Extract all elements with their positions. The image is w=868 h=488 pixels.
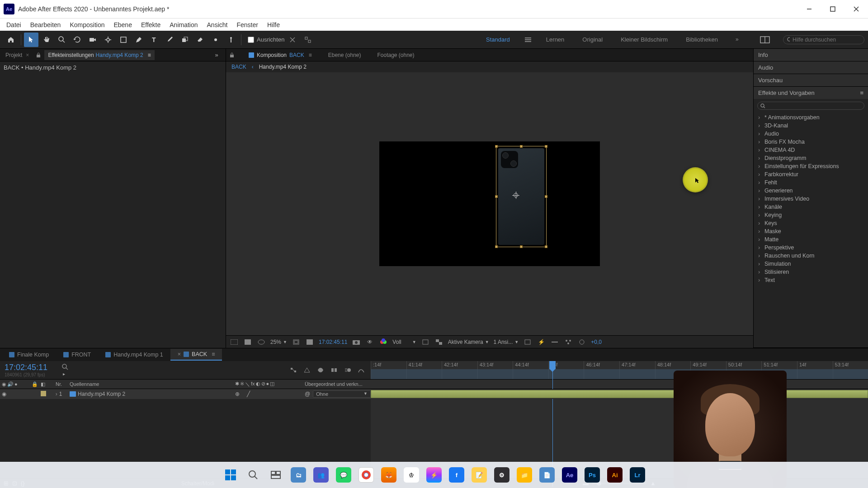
roi-icon[interactable] bbox=[421, 338, 430, 347]
label-column-icon[interactable]: ◧ bbox=[41, 381, 45, 387]
workspace-kleiner-bildschirm[interactable]: Kleiner Bildschirm bbox=[617, 34, 671, 45]
draft-3d-icon[interactable] bbox=[302, 365, 312, 375]
eraser-tool-icon[interactable] bbox=[193, 33, 208, 47]
menu-ansicht[interactable]: Ansicht bbox=[203, 19, 232, 30]
transform-handle[interactable] bbox=[545, 145, 547, 148]
effect-controls-tab[interactable]: Effekteinstellungen Handy.mp4 Komp 2 ≡ bbox=[44, 50, 154, 60]
color-mgmt-icon[interactable] bbox=[379, 338, 388, 347]
close-button[interactable] bbox=[848, 2, 864, 16]
tree-item[interactable]: ›Immersives Video bbox=[754, 195, 868, 203]
shy-toggle-icon[interactable] bbox=[316, 365, 326, 375]
audio-panel-header[interactable]: Audio bbox=[754, 61, 868, 74]
effects-presets-header[interactable]: Effekte und Vorgaben ≡ bbox=[754, 87, 868, 99]
transform-handle[interactable] bbox=[520, 145, 523, 148]
timeline-link-icon[interactable] bbox=[550, 338, 559, 347]
hand-tool-icon[interactable] bbox=[39, 33, 54, 47]
timeline-timecode[interactable]: 17:02:45:11 bbox=[5, 363, 47, 372]
camera-dropdown[interactable]: Aktive Kamera ▼ bbox=[448, 339, 489, 345]
panel-menu-icon[interactable]: ≡ bbox=[148, 52, 151, 58]
timeline-ruler[interactable]: :14f 41:14f 42:14f 43:14f 44:14f 14f 46:… bbox=[371, 361, 868, 379]
transparency-grid-icon[interactable] bbox=[243, 338, 252, 347]
menu-komposition[interactable]: Komposition bbox=[65, 19, 109, 30]
maximize-button[interactable] bbox=[825, 2, 841, 16]
facebook-app-icon[interactable]: f bbox=[447, 465, 467, 485]
switch-icon[interactable]: ⊘ bbox=[261, 381, 265, 388]
tree-item[interactable]: ›Keys bbox=[754, 219, 868, 227]
timeline-tab[interactable]: FRONT bbox=[56, 349, 98, 360]
clone-tool-icon[interactable] bbox=[178, 33, 192, 47]
transform-handle[interactable] bbox=[545, 245, 547, 248]
selection-tool-icon[interactable] bbox=[24, 33, 38, 47]
shape-tool-icon[interactable] bbox=[116, 33, 131, 47]
workspace-standard[interactable]: Standard bbox=[482, 34, 514, 45]
zoom-dropdown[interactable]: 25% ▼ bbox=[270, 339, 287, 345]
menu-bearbeiten[interactable]: Bearbeiten bbox=[26, 19, 66, 30]
playhead[interactable] bbox=[549, 361, 556, 369]
pan-behind-tool-icon[interactable] bbox=[101, 33, 115, 47]
timeline-search-icon[interactable]: ▸ bbox=[62, 364, 68, 377]
search-button[interactable] bbox=[243, 465, 263, 485]
app-icon[interactable]: 📝 bbox=[469, 465, 489, 485]
panel-menu-icon[interactable]: ≡ bbox=[309, 52, 312, 58]
effects-search-input[interactable] bbox=[767, 103, 861, 108]
snapping-icon[interactable] bbox=[285, 33, 300, 47]
visibility-column-icon[interactable]: ◉ bbox=[2, 381, 6, 387]
messenger-app-icon[interactable]: ⚡ bbox=[424, 465, 444, 485]
tree-item[interactable]: ›Generieren bbox=[754, 187, 868, 195]
composition-viewer[interactable] bbox=[226, 72, 753, 335]
tree-item[interactable]: ›Dienstprogramm bbox=[754, 154, 868, 162]
exposure-value[interactable]: +0,0 bbox=[591, 339, 602, 345]
app-icon[interactable]: ♔ bbox=[401, 465, 421, 485]
lock-panel-icon[interactable] bbox=[34, 51, 42, 59]
flowchart-icon[interactable] bbox=[564, 338, 573, 347]
resolution-dropdown[interactable]: Voll ▼ bbox=[392, 339, 416, 345]
tree-item[interactable]: ›Simulation bbox=[754, 260, 868, 268]
grid-toggle-icon[interactable] bbox=[230, 338, 239, 347]
help-search[interactable] bbox=[783, 35, 864, 44]
motion-blur-icon[interactable] bbox=[343, 365, 353, 375]
whatsapp-app-icon[interactable]: 💬 bbox=[334, 465, 354, 485]
composition-tab[interactable]: Komposition BACK ≡ bbox=[245, 50, 316, 60]
parent-pickwhip-icon[interactable]: @ bbox=[305, 391, 310, 397]
timeline-tab[interactable]: Finale Komp bbox=[2, 349, 56, 360]
layer-switch[interactable]: ⊕ bbox=[235, 391, 240, 397]
start-button[interactable] bbox=[221, 465, 241, 485]
switch-icon[interactable]: ※ bbox=[240, 381, 244, 388]
notepad-app-icon[interactable]: 📄 bbox=[537, 465, 557, 485]
switch-icon[interactable]: ◫ bbox=[270, 381, 274, 388]
project-panel-tab[interactable]: Projekt× bbox=[2, 50, 33, 60]
solo-column-icon[interactable]: ● bbox=[14, 381, 18, 387]
transform-handle[interactable] bbox=[495, 245, 498, 248]
switch-icon[interactable]: ● bbox=[266, 381, 269, 388]
tree-item[interactable]: ›3D-Kanal bbox=[754, 122, 868, 130]
tree-item[interactable]: ›Matte bbox=[754, 235, 868, 244]
name-column-header[interactable]: Quellenname bbox=[68, 381, 235, 387]
safe-zones-icon[interactable] bbox=[292, 338, 301, 347]
show-snapshot-icon[interactable]: 👁 bbox=[365, 338, 374, 347]
illustrator-app-icon[interactable]: Ai bbox=[605, 465, 625, 485]
workspace-layout-icon[interactable] bbox=[758, 33, 772, 47]
panel-overflow-icon[interactable]: » bbox=[209, 48, 224, 62]
preview-panel-header[interactable]: Vorschau bbox=[754, 74, 868, 86]
menu-animation[interactable]: Animation bbox=[165, 19, 202, 30]
transparency-icon[interactable] bbox=[434, 338, 443, 347]
minimize-button[interactable] bbox=[801, 2, 817, 16]
after-effects-app-icon[interactable]: Ae bbox=[560, 465, 580, 485]
layer-duration-bar[interactable] bbox=[371, 390, 868, 398]
snapping-options-icon[interactable] bbox=[301, 33, 315, 47]
selected-layer-bounds[interactable] bbox=[496, 146, 547, 247]
views-dropdown[interactable]: 1 Ansi... ▼ bbox=[494, 339, 519, 345]
reset-exposure-icon[interactable] bbox=[577, 338, 586, 347]
chrome-app-icon[interactable] bbox=[356, 465, 376, 485]
transform-handle[interactable] bbox=[545, 195, 547, 198]
layer-label-color[interactable] bbox=[41, 391, 46, 396]
switch-icon[interactable]: ◐ bbox=[256, 381, 260, 388]
tree-item[interactable]: ›Rauschen und Korn bbox=[754, 252, 868, 260]
tree-item[interactable]: ›CINEMA 4D bbox=[754, 146, 868, 154]
tree-item[interactable]: ›Audio bbox=[754, 130, 868, 138]
breadcrumb-arrow-icon[interactable]: ‹ bbox=[252, 64, 254, 70]
brush-tool-icon[interactable] bbox=[162, 33, 177, 47]
tree-item[interactable]: ›* Animationsvorgaben bbox=[754, 113, 868, 122]
layer-visibility-toggle[interactable]: ◉ bbox=[2, 391, 6, 397]
work-area-bar[interactable] bbox=[371, 369, 868, 379]
